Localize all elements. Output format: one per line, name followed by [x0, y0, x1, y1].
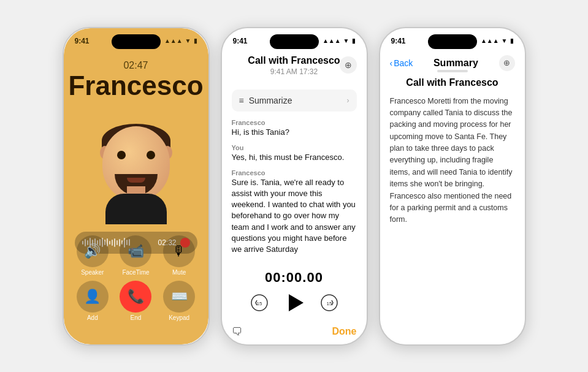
speaker-label-1: Francesco: [232, 119, 357, 126]
transcript-text-1: Hi, is this Tania?: [232, 127, 357, 138]
memoji-eye-right: [147, 151, 155, 159]
signal-icon-3: ▲▲▲: [481, 37, 499, 44]
call-buttons-row-2: 👤 Add 📞 End ⌨️ Keypad: [71, 281, 201, 321]
transcript-text-3: Sure is. Tania, we're all ready to assis…: [232, 177, 357, 255]
keypad-icon-circle: ⌨️: [163, 281, 195, 313]
summary-nav-title: Summary: [433, 58, 478, 69]
playback-controls: 15 15: [248, 292, 340, 314]
caller-name: Francesco: [64, 72, 208, 99]
end-call-icon-circle: 📞: [120, 281, 151, 313]
transcript-entry-1: Francesco Hi, is this Tania?: [232, 119, 357, 138]
status-time-3: 9:41: [391, 37, 406, 45]
battery-icon: ▮: [194, 37, 197, 44]
summarize-icon: ≡: [239, 96, 244, 105]
transcript-time: 9:41 AM 17:32: [246, 67, 342, 76]
facetime-icon-circle: 📹: [120, 235, 151, 267]
dynamic-island: [112, 34, 161, 49]
rewind-icon: 15: [251, 294, 268, 311]
transcript-title: Call with Francesco: [246, 55, 342, 66]
add-button[interactable]: 👤 Add: [77, 281, 109, 321]
play-button[interactable]: [289, 294, 304, 311]
signal-icon-2: ▲▲▲: [323, 37, 341, 44]
call-timer: 02:47: [64, 60, 208, 71]
memoji-avatar: [96, 114, 176, 212]
memoji-body: [105, 194, 167, 224]
battery-icon-3: ▮: [510, 37, 514, 44]
dynamic-island-2: [270, 34, 319, 49]
transcript-menu-button[interactable]: ⊕: [340, 56, 357, 74]
speaker-button[interactable]: 🔊 Speaker: [77, 235, 109, 276]
keypad-label: Keypad: [169, 314, 189, 321]
wifi-icon-3: ▼: [502, 37, 508, 44]
facetime-label: FaceTime: [122, 269, 149, 276]
status-icons-2: ▲▲▲ ▼ ▮: [323, 37, 356, 44]
back-button[interactable]: ‹ Back: [390, 58, 413, 68]
transcript-text-2: Yes, hi, this must be Francesco.: [232, 152, 357, 163]
chevron-right-icon: ›: [347, 96, 349, 105]
mute-button[interactable]: 🎙 Mute: [163, 235, 195, 276]
speaker-icon-circle: 🔊: [77, 235, 109, 267]
facetime-button[interactable]: 📹 FaceTime: [120, 235, 151, 276]
summary-call-title: Call with Francesco: [390, 77, 515, 88]
phone-transcript-screen: 9:41 ▲▲▲ ▼ ▮ Call with Francesco 9:41 AM…: [221, 27, 368, 346]
back-label: Back: [394, 58, 413, 68]
rewind-button[interactable]: 15: [248, 292, 270, 314]
add-label: Add: [87, 314, 98, 321]
summarize-label: Summarize: [249, 96, 342, 105]
summary-body-text: Francesco Moretti from the moving compan…: [390, 96, 515, 226]
signal-icon: ▲▲▲: [164, 37, 183, 44]
speaker-label-3: Francesco: [232, 169, 357, 177]
fastforward-icon: 15: [321, 294, 338, 311]
summary-menu-button[interactable]: ⊕: [499, 55, 515, 71]
phone-summary-screen: 9:41 ▲▲▲ ▼ ▮ ‹ Back Summary ⊕ Call with …: [379, 27, 526, 346]
playback-time: 00:00.00: [265, 270, 323, 286]
summary-nav: ‹ Back Summary ⊕: [380, 55, 525, 71]
avatar-area: [87, 102, 185, 212]
phone-call-screen: 9:41 ▲▲▲ ▼ ▮ 02:47 Francesco: [63, 27, 210, 346]
transcript-entry-3: Francesco Sure is. Tania, we're all read…: [232, 169, 357, 255]
keypad-button[interactable]: ⌨️ Keypad: [163, 281, 195, 321]
dynamic-island-3: [428, 34, 477, 49]
transcript-content: Francesco Hi, is this Tania? You Yes, hi…: [232, 119, 357, 283]
add-icon-circle: 👤: [77, 281, 109, 313]
status-icons-1: ▲▲▲ ▼ ▮: [164, 37, 197, 44]
playback-area: 00:00.00 15 15: [222, 270, 367, 314]
status-icons-3: ▲▲▲ ▼ ▮: [481, 37, 514, 44]
mute-label: Mute: [172, 269, 186, 276]
chevron-left-icon: ‹: [390, 58, 393, 68]
memoji-mouth: [127, 178, 145, 183]
memoji-eye-left: [117, 151, 126, 159]
wifi-icon-2: ▼: [343, 37, 349, 44]
speaker-label-2: You: [232, 144, 357, 151]
fastforward-button[interactable]: 15: [318, 292, 340, 314]
done-button[interactable]: Done: [332, 326, 357, 337]
summarize-bar[interactable]: ≡ Summarize ›: [232, 89, 357, 112]
end-label: End: [131, 314, 142, 321]
svg-text:15: 15: [256, 301, 262, 306]
mute-icon-circle: 🎙: [163, 235, 195, 267]
status-time-1: 9:41: [75, 37, 90, 45]
transcript-footer: 🗨 Done: [232, 325, 357, 338]
battery-icon-2: ▮: [352, 37, 356, 44]
transcript-footer-icon[interactable]: 🗨: [232, 325, 243, 338]
status-time-2: 9:41: [233, 37, 248, 45]
call-buttons-row-1: 🔊 Speaker 📹 FaceTime 🎙 Mute: [71, 235, 201, 276]
speaker-label: Speaker: [81, 269, 104, 276]
wifi-icon: ▼: [185, 37, 191, 44]
call-buttons-grid: 🔊 Speaker 📹 FaceTime 🎙 Mute 👤 Add 📞 End: [71, 235, 201, 326]
transcript-entry-2: You Yes, hi, this must be Francesco.: [232, 144, 357, 163]
end-call-button[interactable]: 📞 End: [120, 281, 151, 321]
summary-content: Call with Francesco Francesco Moretti fr…: [390, 77, 515, 226]
svg-text:15: 15: [326, 301, 332, 306]
